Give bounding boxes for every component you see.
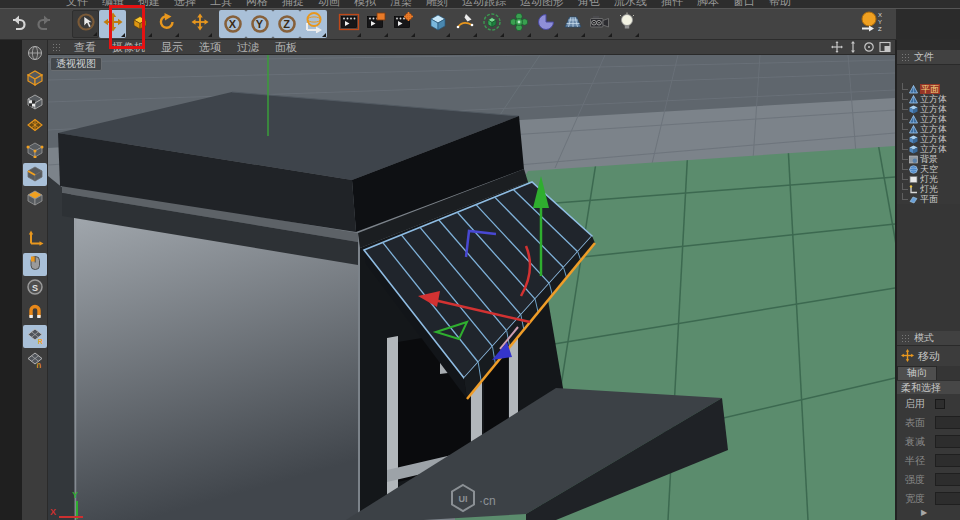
grip-dots-icon[interactable] [52,43,62,52]
menu-item[interactable]: 模拟 [354,0,376,8]
fields-button[interactable] [532,10,559,38]
tab-axis[interactable]: 轴向 [897,366,937,380]
floor-button[interactable] [559,10,586,38]
menu-item[interactable]: 编辑 [102,0,124,8]
target-light-icon [909,185,918,194]
enable-snap-button[interactable] [23,301,47,324]
menu-item[interactable]: 网格 [246,0,268,8]
snap-settings-button[interactable]: S [23,277,47,300]
menu-item[interactable]: 捕捉 [282,0,304,8]
lock-x-axis-button[interactable]: X [219,10,246,38]
light-bulb-icon [617,12,637,36]
grip-dots-icon[interactable] [901,334,910,343]
viewport-menu-item[interactable]: 面板 [267,40,305,54]
soft-selection-section-header[interactable]: 柔和选择 [897,380,960,394]
menu-item[interactable]: 脚本 [697,0,719,8]
last-used-tool-button[interactable] [186,10,213,38]
value-field[interactable] [935,416,960,429]
object-manager-file-menu[interactable]: 文件 [914,50,934,64]
object-row[interactable]: 平面 [897,194,960,204]
workplane-mode-button[interactable] [23,115,47,138]
render-view-button[interactable] [335,10,362,38]
move-tool-button[interactable] [99,10,126,38]
menu-item[interactable]: 窗口 [733,0,755,8]
menu-item[interactable]: 文件 [66,0,88,8]
viewport-menu-item[interactable]: 摄像机 [104,40,153,54]
menu-item[interactable]: 工具 [210,0,232,8]
texture-mode-button[interactable] [23,91,47,114]
viewport-toggle-views-icon[interactable] [879,41,891,53]
menu-item[interactable]: 角色 [578,0,600,8]
spline-pen-button[interactable] [451,10,478,38]
menu-item[interactable]: 创建 [138,0,160,8]
toolbar-right-filler [896,9,960,39]
lock-y-axis-button[interactable]: Y [246,10,273,38]
scale-tool-button[interactable] [126,10,153,38]
primitive-cube-button[interactable] [424,10,451,38]
attribute-manager-mode-menu[interactable]: 模式 [914,331,934,345]
undo-icon [8,13,28,35]
workplane-axis-button[interactable]: XYZ [859,10,886,38]
workplane-lock-icon: R [26,326,44,348]
workplane-lock-button[interactable]: R [23,325,47,348]
edit-render-settings-button[interactable] [389,10,416,38]
object-list: 平面立方体立方体立方体立方体立方体立方体背景天空灯光灯光平面 [897,84,960,204]
make-editable-button[interactable] [23,43,47,66]
menu-item[interactable]: 雕刻 [426,0,448,8]
redo-button[interactable] [31,10,58,38]
menu-item[interactable]: 流水线 [614,0,647,8]
move-icon [191,13,209,35]
menu-item[interactable]: 运动跟踪 [462,0,506,8]
viewport-rotate-icon[interactable] [863,41,875,53]
enable-checkbox[interactable] [935,399,945,409]
viewport-menu-item[interactable]: 过滤 [229,40,267,54]
menu-item[interactable]: 选择 [174,0,196,8]
live-selection-button[interactable] [72,10,99,38]
viewport-menu-item[interactable]: 选项 [191,40,229,54]
coordinate-system-button[interactable] [300,10,327,38]
panel-footer-arrow[interactable]: ▶ [897,508,960,520]
mouse-icon [26,254,44,276]
viewport-menu-item[interactable]: 显示 [153,40,191,54]
viewport-menu-item[interactable]: 查看 [66,40,104,54]
workplane-align-button[interactable]: () [23,349,47,372]
grip-dots-icon[interactable] [901,53,910,62]
model-mode-button[interactable] [23,67,47,90]
scene-3d[interactable]: Y X UI ·cn [48,55,895,520]
value-field[interactable] [935,435,960,448]
polygons-mode-button[interactable] [23,187,47,210]
axis-lines-icon [26,230,44,252]
menu-item[interactable]: 运动图形 [520,0,564,8]
value-field[interactable] [935,492,960,505]
viewport-zoom-icon[interactable] [847,41,859,53]
viewport-canvas[interactable]: 透视视图 [48,55,895,520]
camera-button[interactable] [586,10,613,38]
move-icon [103,12,123,36]
points-mode-button[interactable] [23,139,47,162]
tweak-mode-button[interactable] [23,253,47,276]
deformers-button[interactable] [505,10,532,38]
value-field[interactable] [935,473,960,486]
menu-item[interactable]: 插件 [661,0,683,8]
panel-empty-area [897,204,960,331]
render-to-picture-viewer-button[interactable] [362,10,389,38]
enable-axis-button[interactable] [23,229,47,252]
right-panel: 文件 平面立方体立方体立方体立方体立方体立方体背景天空灯光灯光平面 模式 移动 … [897,40,960,520]
menu-item[interactable]: 帮助 [769,0,791,8]
texture-mode-icon [26,92,44,114]
points-mode-icon [26,140,44,162]
menu-item[interactable]: 动画 [318,0,340,8]
lock-z-axis-button[interactable]: Z [273,10,300,38]
editable-mesh-icon [909,115,918,124]
attribute-tabs: 轴向 [897,366,960,380]
generators-button[interactable] [478,10,505,38]
menu-item[interactable]: 渲染 [390,0,412,8]
active-tool-name: 移动 [918,349,940,364]
light-button[interactable] [613,10,640,38]
value-field[interactable] [935,454,960,467]
viewport-pan-icon[interactable] [831,41,843,53]
edges-mode-button[interactable] [23,163,47,186]
rotate-tool-button[interactable] [153,10,180,38]
svg-text:Z: Z [878,26,882,32]
undo-button[interactable] [4,10,31,38]
